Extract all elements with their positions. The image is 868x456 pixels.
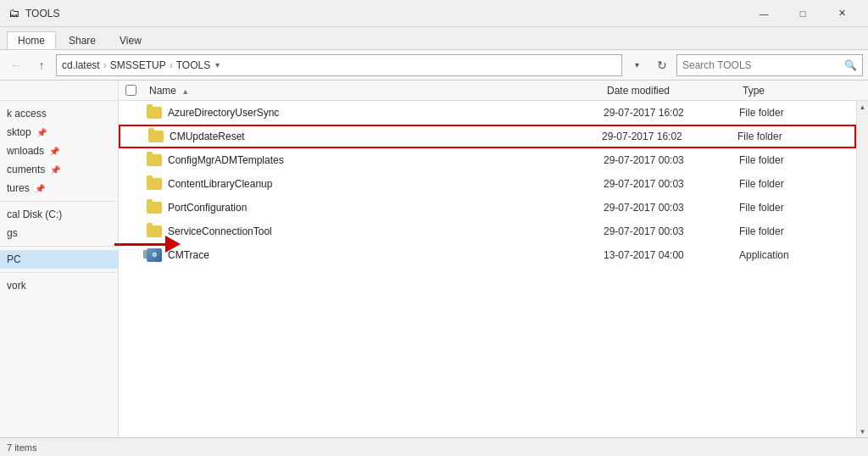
tab-share[interactable]: Share xyxy=(58,31,107,49)
sidebar-divider-3 xyxy=(0,272,118,273)
scrollbar-up-button[interactable]: ▲ xyxy=(857,101,868,113)
file-date-3: 29-07-2017 00:03 xyxy=(604,178,739,190)
ribbon: Home Share View xyxy=(0,27,868,50)
col-header-name[interactable]: Name ▲ xyxy=(146,85,604,97)
window-title: TOOLS xyxy=(25,8,744,19)
file-row[interactable]: ⚙CMTrace13-07-2017 04:00Application xyxy=(119,243,856,267)
arrow-line xyxy=(114,243,165,246)
file-name-2: ConfigMgrADMTemplates xyxy=(168,154,604,166)
sidebar-item-quick-access[interactable]: k access xyxy=(0,104,118,123)
folder-icon xyxy=(146,106,163,120)
pin-icon-downloads: 📌 xyxy=(49,147,59,156)
minimize-button[interactable]: — xyxy=(744,0,783,27)
file-name-0: AzureDirectoryUserSync xyxy=(168,107,604,119)
sidebar-item-network[interactable]: vork xyxy=(0,276,118,295)
file-row[interactable]: PortConfiguration29-07-2017 00:03File fo… xyxy=(119,196,856,220)
scrollbar-down-button[interactable]: ▼ xyxy=(857,425,868,437)
sidebar-item-local-disk[interactable]: cal Disk (C:) xyxy=(0,205,118,224)
scrollbar-track[interactable] xyxy=(857,113,868,425)
desktop-label: sktop xyxy=(7,126,31,138)
address-dropdown-button[interactable]: ▾ xyxy=(626,54,648,76)
quick-access-label: k access xyxy=(7,108,47,120)
sidebar-item-downloads[interactable]: wnloads 📌 xyxy=(0,142,118,160)
pin-icon-documents: 📌 xyxy=(50,165,60,175)
gs-label: gs xyxy=(7,227,18,239)
column-headers: Name ▲ Date modified Type xyxy=(119,81,856,100)
search-input[interactable] xyxy=(682,59,841,71)
file-row[interactable]: AzureDirectoryUserSync29-07-2017 16:02Fi… xyxy=(119,101,856,125)
file-type-5: File folder xyxy=(739,225,849,237)
local-disk-label: cal Disk (C:) xyxy=(7,209,62,220)
sidebar: k access sktop 📌 wnloads 📌 cuments 📌 tur… xyxy=(0,101,119,437)
tab-home[interactable]: Home xyxy=(7,31,56,49)
file-date-5: 29-07-2017 00:03 xyxy=(604,225,739,237)
path-cd-latest[interactable]: cd.latest xyxy=(62,59,100,71)
refresh-button[interactable]: ↻ xyxy=(651,54,673,76)
window-controls: — □ ✕ xyxy=(744,0,861,27)
path-tools[interactable]: TOOLS xyxy=(176,59,210,71)
sidebar-item-this-pc[interactable]: PC xyxy=(0,250,118,269)
search-icon: 🔍 xyxy=(844,59,857,71)
folder-icon xyxy=(146,201,163,214)
file-type-3: File folder xyxy=(739,178,849,190)
file-type-4: File folder xyxy=(739,202,849,214)
folder-icon xyxy=(146,153,163,167)
column-headers-area: Name ▲ Date modified Type xyxy=(0,81,868,101)
pin-icon-pictures: 📌 xyxy=(35,184,45,193)
sidebar-divider-2 xyxy=(0,246,118,247)
ribbon-tabs: Home Share View xyxy=(0,27,868,49)
documents-label: cuments xyxy=(7,164,45,175)
file-type-0: File folder xyxy=(739,107,849,119)
file-date-2: 29-07-2017 00:03 xyxy=(604,154,739,166)
file-name-3: ContentLibraryCleanup xyxy=(168,178,604,190)
folder-icon xyxy=(147,130,164,143)
sidebar-item-desktop[interactable]: sktop 📌 xyxy=(0,123,118,142)
file-name-4: PortConfiguration xyxy=(168,202,604,214)
search-box[interactable]: 🔍 xyxy=(676,54,863,76)
address-path[interactable]: cd.latest › SMSSETUP › TOOLS ▾ xyxy=(56,54,622,76)
file-type-6: Application xyxy=(739,249,849,261)
downloads-label: wnloads xyxy=(7,145,44,157)
file-row[interactable]: ServiceConnectionTool29-07-2017 00:03Fil… xyxy=(119,220,856,243)
scrollbar-header-spacer xyxy=(856,81,868,100)
sidebar-item-pictures[interactable]: tures 📌 xyxy=(0,179,118,197)
file-name-5: ServiceConnectionTool xyxy=(168,225,604,237)
col-header-type[interactable]: Type xyxy=(739,85,849,97)
path-sep-2: › xyxy=(170,59,173,71)
arrow-head xyxy=(165,236,181,253)
file-date-6: 13-07-2017 04:00 xyxy=(604,249,739,261)
select-all-checkbox[interactable] xyxy=(125,85,136,96)
status-text: 7 items xyxy=(7,442,36,453)
sidebar-divider-1 xyxy=(0,201,118,202)
pictures-label: tures xyxy=(7,182,30,194)
path-sep-1: › xyxy=(103,59,107,71)
close-button[interactable]: ✕ xyxy=(822,0,861,27)
sidebar-col-spacer xyxy=(0,81,119,100)
main-container: Name ▲ Date modified Type k access sktop… xyxy=(0,81,868,456)
col-check-header[interactable] xyxy=(125,85,146,96)
path-expand-icon[interactable]: ▾ xyxy=(215,60,220,70)
up-button[interactable]: ↑ xyxy=(31,54,53,76)
this-pc-label: PC xyxy=(7,253,21,265)
file-date-4: 29-07-2017 00:03 xyxy=(604,202,739,214)
file-list: AzureDirectoryUserSync29-07-2017 16:02Fi… xyxy=(119,101,856,437)
file-date-1: 29-07-2017 16:02 xyxy=(602,131,737,142)
path-smssetup[interactable]: SMSSETUP xyxy=(110,59,166,71)
back-button[interactable]: ← xyxy=(5,54,27,76)
sidebar-item-gs[interactable]: gs xyxy=(0,224,118,242)
window-icon: 🗂 xyxy=(7,7,20,20)
file-date-0: 29-07-2017 16:02 xyxy=(604,107,739,119)
file-name-6: CMTrace xyxy=(168,249,604,261)
address-bar: ← ↑ cd.latest › SMSSETUP › TOOLS ▾ ▾ ↻ 🔍 xyxy=(0,50,868,81)
file-type-2: File folder xyxy=(739,154,849,166)
file-row[interactable]: ConfigMgrADMTemplates29-07-2017 00:03Fil… xyxy=(119,148,856,172)
col-header-date[interactable]: Date modified xyxy=(604,85,739,97)
file-row[interactable]: CMUpdateReset29-07-2017 16:02File folder xyxy=(119,125,856,148)
red-arrow-annotation xyxy=(114,236,181,253)
vertical-scrollbar[interactable]: ▲ ▼ xyxy=(856,101,868,437)
file-type-1: File folder xyxy=(737,131,848,142)
sidebar-item-documents[interactable]: cuments 📌 xyxy=(0,160,118,179)
file-row[interactable]: ContentLibraryCleanup29-07-2017 00:03Fil… xyxy=(119,172,856,196)
maximize-button[interactable]: □ xyxy=(783,0,822,27)
tab-view[interactable]: View xyxy=(108,31,153,49)
